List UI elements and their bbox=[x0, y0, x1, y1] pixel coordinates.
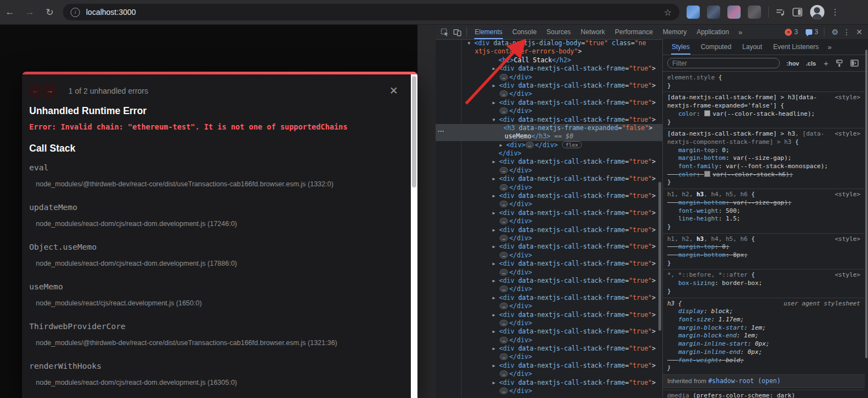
dom-tree-line[interactable]: ▶<div data-nextjs-call-stack-frame="true… bbox=[436, 82, 662, 90]
styles-sidebar-tab[interactable]: Layout bbox=[737, 39, 768, 55]
elements-scrollbar-thumb[interactable] bbox=[658, 182, 661, 331]
more-tabs-icon[interactable]: » bbox=[734, 28, 747, 36]
styles-scrollbar-thumb[interactable] bbox=[865, 50, 867, 358]
expand-arrow-icon[interactable]: ▶ bbox=[492, 82, 499, 90]
css-rule-line[interactable]: display: block; bbox=[663, 308, 865, 316]
dom-tree-line[interactable]: …</div> bbox=[436, 73, 662, 82]
css-rule-line[interactable]: nextjs-frame-expanded='false'] { bbox=[663, 102, 865, 110]
shadow-root-link[interactable]: #shadow-root (open) bbox=[708, 377, 781, 385]
css-rule-line[interactable]: margin-top: 0; bbox=[663, 147, 865, 155]
more-sidebar-tabs-icon[interactable]: » bbox=[824, 43, 835, 51]
inline-content-pill[interactable]: … bbox=[500, 388, 508, 394]
dom-tree-line[interactable]: ▶<div data-nextjs-call-stack-frame="true… bbox=[436, 260, 662, 268]
dom-tree-line[interactable]: xtjs-container-errors-body"> bbox=[436, 47, 662, 56]
css-rule-line[interactable]: } bbox=[663, 179, 865, 187]
expand-arrow-icon[interactable]: ▶ bbox=[492, 311, 499, 319]
expand-arrow-icon[interactable]: ▶ bbox=[492, 345, 499, 353]
extension-icon-4[interactable] bbox=[748, 6, 761, 19]
css-rule-line[interactable]: <style>h1, h2, h3, h4, h5, h6 { bbox=[663, 189, 865, 199]
inline-content-pill[interactable]: … bbox=[526, 142, 534, 148]
dom-tree-line[interactable]: …</div> bbox=[436, 387, 662, 395]
devtools-settings-icon[interactable]: ⚙ bbox=[832, 28, 839, 36]
dom-tree-line[interactable]: </div> bbox=[436, 149, 662, 158]
profile-avatar[interactable] bbox=[810, 5, 824, 19]
inline-content-pill[interactable]: … bbox=[500, 252, 508, 259]
devtools-tab[interactable]: Performance bbox=[610, 25, 658, 39]
address-bar[interactable]: i localhost:3000 ☆ bbox=[63, 4, 679, 20]
css-rule-line[interactable]: box-sizing: border-box; bbox=[663, 279, 865, 288]
bookmark-star-icon[interactable]: ☆ bbox=[664, 7, 672, 18]
style-source-link[interactable]: <style> bbox=[835, 130, 860, 138]
expand-arrow-icon[interactable]: ▶ bbox=[492, 294, 499, 302]
dom-tree-line[interactable]: ▶<div data-nextjs-call-stack-frame="true… bbox=[436, 209, 662, 217]
console-messages-icon[interactable] bbox=[806, 29, 812, 35]
css-rule-line[interactable]: <style>h1, h2, h3, h4, h5, h6 { bbox=[663, 233, 865, 244]
extension-icon-1[interactable] bbox=[687, 6, 700, 19]
dom-tree-line[interactable]: …</div> bbox=[436, 217, 662, 225]
expand-arrow-icon[interactable]: ▶ bbox=[492, 277, 499, 285]
side-panel-icon[interactable] bbox=[792, 8, 802, 17]
dom-tree-line[interactable]: …</div> bbox=[436, 302, 662, 310]
css-rule-line[interactable]: font-size: 1.17em; bbox=[663, 316, 865, 324]
dom-tree-line[interactable]: …</div> bbox=[436, 234, 662, 243]
dom-tree-line[interactable]: …</div> bbox=[436, 90, 662, 98]
devtools-close-icon[interactable]: ✕ bbox=[856, 28, 862, 36]
styles-sidebar-tab[interactable]: Event Listeners bbox=[768, 39, 824, 55]
dom-tree-line[interactable]: ▶<div data-nextjs-call-stack-frame="true… bbox=[436, 192, 662, 200]
dom-tree-line[interactable]: ▼<div data-nextjs-call-stack-frame="true… bbox=[436, 116, 662, 124]
expand-arrow-icon[interactable]: ▶ bbox=[492, 260, 499, 268]
computed-sidebar-toggle-icon[interactable] bbox=[850, 60, 859, 67]
inline-content-pill[interactable]: … bbox=[500, 337, 508, 343]
dom-tree-line[interactable]: …</div> bbox=[436, 370, 662, 378]
color-swatch[interactable] bbox=[704, 171, 710, 177]
device-toolbar-icon[interactable] bbox=[453, 28, 462, 36]
css-rule-line[interactable]: font-family: var(--font-stack-monospace)… bbox=[663, 163, 865, 171]
stylesheet-origin-label[interactable]: user agent stylesheet bbox=[784, 300, 860, 308]
style-source-link[interactable]: <style> bbox=[835, 271, 860, 279]
css-rule-line[interactable]: margin-bottom: 8px; bbox=[663, 251, 865, 260]
dom-tree-line[interactable]: ▶<div data-nextjs-call-stack-frame="true… bbox=[436, 226, 662, 234]
expand-arrow-icon[interactable]: ▶ bbox=[492, 327, 499, 336]
devtools-menu-icon[interactable]: ⋮ bbox=[843, 28, 850, 36]
close-overlay-icon[interactable]: ✕ bbox=[389, 84, 398, 97]
devtools-tab[interactable]: Console bbox=[507, 25, 542, 39]
expand-arrow-icon[interactable]: ▶ bbox=[500, 141, 506, 149]
flex-badge[interactable]: flex bbox=[562, 141, 582, 148]
toggle-class-button[interactable]: .cls bbox=[806, 60, 816, 67]
dom-tree-line[interactable]: ▶<div data-nextjs-call-stack-frame="true… bbox=[436, 277, 662, 285]
inline-content-pill[interactable]: … bbox=[500, 74, 508, 80]
dom-tree-line[interactable]: …</div> bbox=[436, 200, 662, 208]
css-rule-line[interactable]: } bbox=[663, 223, 865, 232]
url-text[interactable]: localhost:3000 bbox=[86, 8, 136, 17]
expand-arrow-icon[interactable]: ▶ bbox=[492, 64, 499, 73]
css-rule-line[interactable]: margin-block-start: 1em; bbox=[663, 324, 865, 332]
css-rule-line[interactable]: <style>*, *::before, *::after { bbox=[663, 269, 865, 279]
css-rule-line[interactable]: } bbox=[663, 288, 865, 296]
extension-icon-3[interactable] bbox=[727, 6, 741, 19]
dom-tree-line[interactable]: ▶<div data-nextjs-call-stack-frame="true… bbox=[436, 379, 662, 387]
expand-arrow-icon[interactable]: ▶ bbox=[492, 209, 499, 217]
dom-tree-line[interactable]: ▶<div data-nextjs-call-stack-frame="true… bbox=[436, 362, 662, 370]
extension-icon-2[interactable] bbox=[707, 6, 720, 19]
rendering-emulation-icon[interactable] bbox=[835, 60, 843, 67]
dom-tree-line[interactable]: ▶<div data-nextjs-call-stack-frame="true… bbox=[436, 327, 662, 336]
devtools-tab[interactable]: Memory bbox=[658, 25, 692, 39]
dom-tree-line[interactable]: <h2>Call Stack</h2> bbox=[436, 56, 662, 64]
dialog-scrollbar-track[interactable] bbox=[411, 74, 417, 398]
inline-content-pill[interactable]: … bbox=[500, 269, 508, 276]
dom-tree-line[interactable]: …</div> bbox=[436, 166, 662, 175]
new-style-rule-icon[interactable]: + bbox=[824, 60, 829, 67]
css-rule-line[interactable]: nextjs-component-stack-frame] > h3 { bbox=[663, 138, 865, 147]
previous-error-button[interactable]: ← bbox=[29, 84, 42, 97]
console-messages-count[interactable]: 3 bbox=[815, 28, 818, 36]
dom-tree-line[interactable]: useMemo</h3> == $0 bbox=[436, 132, 662, 141]
styles-filter-input[interactable] bbox=[667, 58, 780, 68]
dom-tree-line[interactable]: ▶<div data-nextjs-call-stack-frame="true… bbox=[436, 175, 662, 183]
dom-tree-line[interactable]: ▶<div data-nextjs-call-stack-frame="true… bbox=[436, 243, 662, 251]
expand-arrow-icon[interactable]: ▶ bbox=[492, 175, 499, 183]
expand-arrow-icon[interactable]: ▶ bbox=[492, 226, 499, 234]
forward-icon[interactable]: → bbox=[20, 7, 40, 18]
toggle-hover-state-button[interactable]: :hov bbox=[786, 60, 799, 67]
expand-arrow-icon[interactable]: ▼ bbox=[492, 116, 499, 124]
dom-tree-line[interactable]: ▶<div data-nextjs-call-stack-frame="true… bbox=[436, 311, 662, 319]
